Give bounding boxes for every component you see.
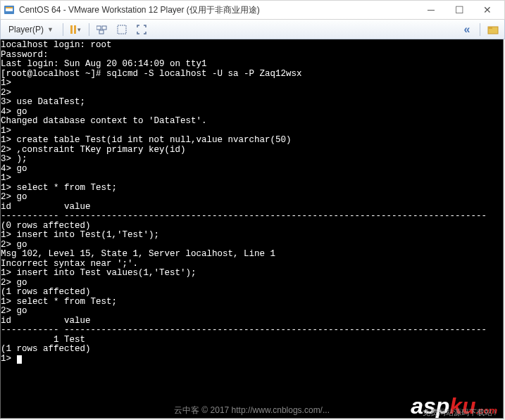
terminal-line: 2> go [1,279,503,288]
cursor [17,355,22,364]
terminal-line: 3> use DataTest; [1,98,503,108]
terminal-line: 2> [1,89,503,98]
svg-rect-2 [6,7,13,8]
send-ctrl-alt-del-button[interactable] [95,23,109,37]
terminal[interactable]: localhost login: rootPassword:Last login… [0,39,504,419]
separator [89,23,89,36]
terminal-line: ----------- ----------------------------… [1,212,503,222]
svg-rect-5 [99,30,104,34]
terminal-line: 1> select * from Test; [1,184,503,193]
app-icon [4,4,15,15]
terminal-line: Changed database context to 'DataTest'. [1,117,503,127]
fullscreen-icon [137,25,146,34]
terminal-line: 1> [1,79,503,89]
svg-rect-3 [96,26,101,30]
svg-rect-8 [488,27,492,29]
svg-rect-6 [118,25,126,34]
minimize-button[interactable]: ─ [417,1,445,19]
player-menu[interactable]: Player(P) ▼ [5,23,57,37]
terminal-line: Password: [1,51,503,61]
terminal-line: 1> insert into Test values(1,'Test'); [1,269,503,279]
separator [63,23,63,36]
logo-asp: asp [411,393,449,419]
separator [480,23,480,36]
window-title: CentOS 64 - VMware Workstation 12 Player… [19,4,417,16]
toolbar: Player(P) ▼ ▾ « [0,20,505,39]
terminal-line: 1 Test [1,336,503,345]
manage-button[interactable] [486,23,500,37]
terminal-line: Incorrect syntax near ';'. [1,260,503,269]
unity-button[interactable] [115,23,129,37]
terminal-line: 4> go [1,108,503,117]
terminal-output: localhost login: rootPassword:Last login… [1,41,503,364]
terminal-line: 2> go [1,193,503,203]
terminal-line: id value [1,317,503,326]
maximize-button[interactable]: ☐ [445,1,473,19]
folder-icon [487,25,499,34]
terminal-line: 3> ); [1,155,503,165]
aspku-logo: aspku.com 免费网站源码下载站! [411,402,497,417]
logo-ku: ku [449,393,475,419]
terminal-line: 1> create table Test(id int not null,val… [1,136,503,146]
svg-rect-4 [102,26,106,30]
terminal-line: 1> insert into Test(1,'Test'); [1,231,503,241]
terminal-line: (1 rows affected) [1,345,503,355]
titlebar: CentOS 64 - VMware Workstation 12 Player… [0,0,505,20]
terminal-line: 1> select * from Test; [1,298,503,307]
collapse-toolbar-button[interactable]: « [460,23,474,37]
terminal-line: ----------- ----------------------------… [1,326,503,336]
terminal-line: 4> go [1,165,503,174]
terminal-line: 1> [1,174,503,184]
cad-icon [96,25,108,34]
watermark-text: 云中客 © 2017 http://www.cnblogs.com/... [174,406,330,416]
terminal-line: 1> [1,355,503,364]
window-controls: ─ ☐ ✕ [417,1,501,19]
terminal-line: [root@localhost ~]# sqlcmd -S localhost … [1,70,503,79]
unity-icon [117,25,127,34]
player-menu-label: Player(P) [8,25,44,34]
terminal-line: 2> ,constraint TKey primary key(id) [1,146,503,155]
terminal-line: (0 rows affected) [1,222,503,231]
pause-icon [70,25,76,34]
terminal-line: (1 rows affected) [1,288,503,298]
pause-button[interactable]: ▾ [69,23,83,37]
terminal-line: 2> go [1,307,503,317]
chevron-down-icon: ▼ [47,26,54,33]
terminal-line: id value [1,203,503,212]
logo-subtitle: 免费网站源码下载站! [423,409,497,419]
terminal-line: 1> [1,127,503,136]
terminal-line: 2> go [1,241,503,250]
terminal-line: Msg 102, Level 15, State 1, Server local… [1,250,503,260]
terminal-line: localhost login: root [1,41,503,51]
close-button[interactable]: ✕ [473,1,501,19]
fullscreen-button[interactable] [135,23,149,37]
chevron-down-icon: ▾ [77,26,81,33]
terminal-line: Last login: Sun Aug 20 06:14:09 on tty1 [1,60,503,70]
logo-com: .com [476,405,497,416]
